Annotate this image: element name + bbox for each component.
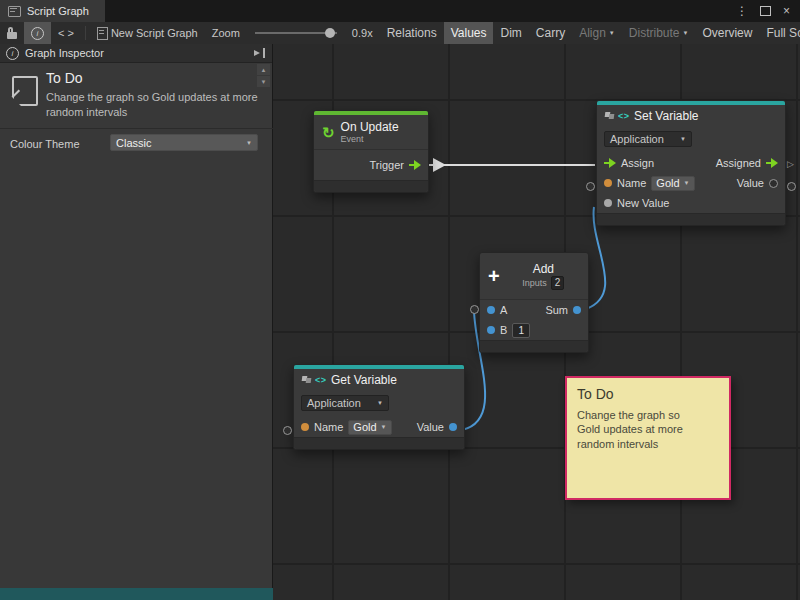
sticky-note[interactable]: To Do Change the graph so Gold updates a… [565,376,731,500]
node-set-variable[interactable]: < > Set Variable Application ▼ Assign As… [596,100,786,226]
chevron-down-icon: ▼ [246,140,252,146]
new-script-graph-button[interactable]: New Script Graph [90,22,205,44]
value-outer-port[interactable] [787,182,796,191]
new-value-row: New Value [597,193,785,213]
assigned-outer-port-icon[interactable]: ▷ [787,160,794,169]
toolbar-button-align[interactable]: Align ▼ [572,22,622,44]
distribute-label: Distribute [629,26,680,40]
code-view-button[interactable]: < > [51,22,81,44]
assign-label: Assign [621,157,654,169]
chevron-down-icon: ▼ [377,400,383,406]
inputs-label: Inputs [522,278,547,288]
scroll-down-button[interactable]: ▼ [257,76,270,87]
node-get-variable[interactable]: < > Get Variable Application ▼ Name Gold… [293,364,465,450]
close-icon[interactable]: × [783,4,790,18]
zoom-label: Zoom [205,22,247,44]
node-footer [294,437,464,449]
toolbar-button-overview[interactable]: Overview [695,22,759,44]
info-icon: i [31,27,44,40]
code-icon: < > [58,27,74,39]
variable-scope-dropdown[interactable]: Application ▼ [604,131,692,147]
name-row: Name Gold ▼ Value [597,173,785,193]
get-variable-outer-port[interactable] [283,426,292,435]
new-value-port[interactable] [604,199,612,207]
lock-button[interactable] [0,22,24,44]
scroll-up-button[interactable]: ▲ [257,64,270,75]
colour-theme-value: Classic [116,137,151,149]
trigger-port-icon[interactable] [409,160,421,170]
unity-window: Script Graph ⋮ × i < > New Script Graph … [0,0,800,600]
colour-theme-dropdown[interactable]: Classic ▼ [110,134,258,151]
chevron-down-icon: ▼ [609,30,615,36]
inspect-toggle-button[interactable]: i [24,22,51,44]
menu-icon[interactable]: ⋮ [736,4,748,18]
name-value-dropdown[interactable]: Gold ▼ [348,420,391,435]
get-variable-header: < > Get Variable [294,369,464,391]
variable-icon: < > [302,375,325,385]
a-port[interactable] [487,306,495,314]
variable-scope-dropdown[interactable]: Application ▼ [301,395,389,411]
node-footer [597,213,785,225]
plus-icon: + [488,266,500,286]
trigger-row: Trigger [314,149,428,180]
assign-port-icon[interactable] [604,158,616,168]
node-title: Set Variable [634,109,698,123]
value-label: Value [737,177,764,189]
scope-row: Application ▼ [597,127,785,153]
value-port[interactable] [769,179,778,188]
loop-icon: ↻ [322,125,335,140]
node-add[interactable]: + Add Inputs 2 A Sum B 1 [479,252,589,353]
colour-theme-label: Colour Theme [10,138,80,150]
scope-value: Application [610,133,664,145]
b-row: B 1 [480,320,588,340]
b-port[interactable] [487,326,495,334]
inspector-scrollbar: ▲ ▼ [257,64,270,87]
node-on-update[interactable]: ↻ On Update Event Trigger [313,110,429,193]
node-subtitle: Event [341,134,399,144]
value-label: Value [417,421,444,433]
variable-icon: < > [605,111,628,121]
new-script-graph-label: New Script Graph [111,27,198,39]
assigned-port-icon[interactable] [766,158,778,168]
toolbar-button-distribute[interactable]: Distribute ▼ [622,22,696,44]
a-sum-row: A Sum [480,299,588,320]
a-label: A [500,304,507,316]
node-footer [314,180,428,192]
assign-row: Assign Assigned [597,153,785,173]
node-title: On Update [341,120,399,134]
b-value-input[interactable]: 1 [512,323,530,338]
name-value-dropdown[interactable]: Gold ▼ [651,176,694,191]
assigned-label: Assigned [716,157,761,169]
name-value-row: Name Gold ▼ Value [294,417,464,437]
graph-canvas[interactable]: ↻ On Update Event Trigger < > Set Variab… [273,44,800,600]
name-port[interactable] [604,179,612,187]
tab-script-graph[interactable]: Script Graph [0,0,105,22]
new-value-label: New Value [617,197,669,209]
name-value: Gold [656,177,679,189]
name-port[interactable] [301,423,309,431]
sum-port[interactable] [573,306,581,314]
inputs-count-badge[interactable]: 2 [551,276,565,290]
set-variable-name-outer-port[interactable] [586,182,595,191]
value-port[interactable] [449,423,457,431]
chevron-down-icon: ▼ [684,180,690,186]
trigger-port-label: Trigger [370,159,404,171]
add-a-outer-port[interactable] [470,305,479,314]
graph-inspector-panel: i Graph Inspector ▲ ▼ To Do Change the g… [0,44,273,588]
toolbar-button-values[interactable]: Values [444,22,494,44]
script-graph-icon [8,6,21,17]
node-title: Get Variable [331,373,397,387]
zoom-slider-handle[interactable] [325,28,335,38]
toolbar-separator [85,26,86,40]
tab-bar: Script Graph ⋮ × [0,0,800,22]
name-label: Name [314,421,343,433]
zoom-slider[interactable] [255,32,337,34]
scope-row: Application ▼ [294,391,464,417]
toolbar-button-carry[interactable]: Carry [529,22,572,44]
toolbar-button-dim[interactable]: Dim [493,22,528,44]
maximize-icon[interactable] [760,6,771,16]
toolbar-button-relations[interactable]: Relations [380,22,444,44]
chevron-down-icon: ▼ [682,30,688,36]
dock-icon[interactable] [254,48,266,58]
toolbar-button-fullscreen[interactable]: Full Screen [759,22,800,44]
